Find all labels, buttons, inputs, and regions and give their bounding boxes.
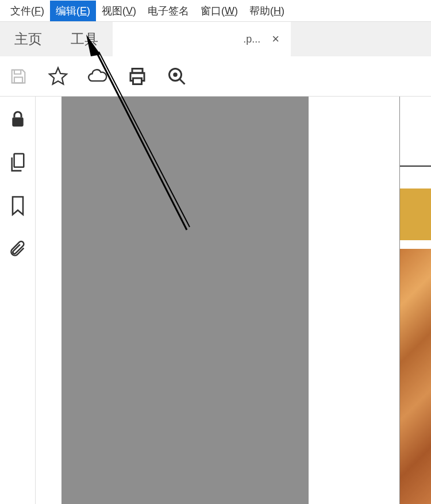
bookmark-button[interactable] [6,194,29,217]
save-icon [9,67,28,86]
svg-rect-7 [14,154,24,167]
main-area [0,97,431,504]
pages-button[interactable] [6,151,29,174]
tab-document-label: .p... [243,33,260,45]
menu-file[interactable]: 文件(F) [5,1,50,21]
menubar: 文件(F) 编辑(E) 视图(V) 电子签名 窗口(W) 帮助(H) [0,0,431,22]
svg-rect-2 [133,78,142,84]
attachment-button[interactable] [6,237,29,260]
menu-sign[interactable]: 电子签名 [142,1,195,21]
toolbar [0,56,431,97]
print-icon [127,66,148,87]
svg-rect-0 [14,77,22,83]
right-panel-peek [399,97,431,504]
document-viewport[interactable] [36,97,431,504]
bookmark-icon [10,195,25,216]
sidebar-left [0,97,36,504]
save-button[interactable] [6,64,31,89]
zoom-button[interactable] [164,64,190,89]
star-button[interactable] [45,64,71,89]
menu-edit[interactable]: 编辑(E) [50,1,96,21]
cloud-button[interactable] [85,64,110,89]
peek-divider [400,166,431,167]
svg-point-5 [174,73,177,76]
peek-gold-band [400,188,431,240]
tab-document[interactable]: .p... × [113,22,291,56]
tab-close-button[interactable]: × [269,32,282,47]
lock-button[interactable] [6,108,29,131]
paperclip-icon [9,238,27,259]
document-page [61,97,309,504]
pages-icon [9,152,27,173]
tabbar: 主页 工具 .p... × [0,22,431,56]
menu-view[interactable]: 视图(V) [96,1,142,21]
svg-line-4 [180,79,185,84]
svg-rect-6 [12,117,23,126]
tab-home[interactable]: 主页 [0,22,56,56]
peek-image [400,249,431,504]
star-icon [48,66,68,87]
lock-icon [9,110,26,129]
menu-help[interactable]: 帮助(H) [244,1,290,21]
menu-window[interactable]: 窗口(W) [195,1,244,21]
zoom-icon [167,66,187,87]
tab-tools[interactable]: 工具 [56,22,113,56]
cloud-icon [87,67,109,86]
print-button[interactable] [125,64,150,89]
